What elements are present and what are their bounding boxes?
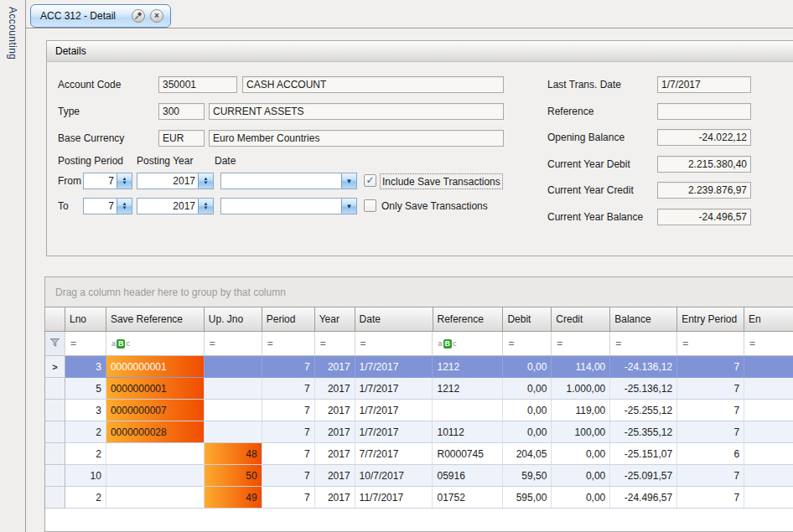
currency-name-field[interactable]: Euro Member Countries xyxy=(209,130,504,147)
cell-balance[interactable]: -25.355,12 xyxy=(610,421,677,443)
cell-year[interactable]: 2017 xyxy=(315,465,355,487)
column-header-up_jno[interactable]: Up. Jno xyxy=(205,307,262,332)
cell-credit[interactable]: 0,00 xyxy=(552,487,610,509)
account-code-field[interactable]: 350001 xyxy=(158,76,237,93)
cell-up_jno[interactable] xyxy=(205,356,262,378)
cell-year[interactable]: 2017 xyxy=(315,378,355,400)
cell-entry_period[interactable]: 7 xyxy=(677,378,744,400)
cell-save_reference[interactable] xyxy=(106,443,205,465)
cell-date[interactable]: 10/7/2017 xyxy=(355,465,433,487)
cell-year[interactable]: 2017 xyxy=(315,421,355,443)
include-save-checkbox[interactable]: ✓ xyxy=(364,174,376,187)
cell-credit[interactable]: 119,00 xyxy=(552,400,610,421)
cell-date[interactable]: 1/7/2017 xyxy=(355,356,433,378)
cell-date[interactable]: 1/7/2017 xyxy=(355,400,433,421)
to-period-spinner[interactable]: 7 ▲▼ xyxy=(83,198,132,214)
cell-save_reference[interactable]: 0000000028 xyxy=(106,421,205,443)
cell-lno[interactable]: 3 xyxy=(65,400,106,421)
cell-reference[interactable]: 01752 xyxy=(433,487,503,509)
cell-lno[interactable]: 5 xyxy=(65,378,106,400)
filter-entry_period[interactable]: = xyxy=(677,332,744,356)
cell-debit[interactable]: 0,00 xyxy=(503,378,552,400)
cell-save_reference[interactable]: 0000000001 xyxy=(106,356,205,378)
cell-period[interactable]: 7 xyxy=(262,443,315,465)
cell-credit[interactable]: 100,00 xyxy=(552,421,610,443)
cell-entry_year[interactable] xyxy=(744,378,793,400)
cell-year[interactable]: 2017 xyxy=(315,487,355,509)
filter-up_jno[interactable]: = xyxy=(205,332,262,356)
type-name-field[interactable]: CURRENT ASSETS xyxy=(209,103,504,120)
cell-up_jno[interactable] xyxy=(205,400,262,421)
cell-debit[interactable]: 0,00 xyxy=(503,421,552,443)
cell-reference[interactable]: 1212 xyxy=(433,378,503,400)
filter-entry_year[interactable]: = xyxy=(744,332,793,356)
from-year-spinner[interactable]: 2017 ▲▼ xyxy=(137,173,214,189)
cell-indicator[interactable] xyxy=(45,487,65,509)
cell-entry_period[interactable]: 7 xyxy=(677,400,744,421)
table-row[interactable]: 248720177/7/2017R0000745204,050,00-25.15… xyxy=(45,443,793,465)
cell-entry_year[interactable] xyxy=(744,487,793,509)
from-year-value[interactable]: 2017 xyxy=(137,173,198,189)
filter-period[interactable]: = xyxy=(262,332,315,356)
cell-lno[interactable]: 3 xyxy=(65,356,106,378)
cell-credit[interactable]: 1.000,00 xyxy=(552,378,610,400)
cell-year[interactable]: 2017 xyxy=(315,400,355,421)
to-year-value[interactable]: 2017 xyxy=(137,199,198,214)
to-year-spinner[interactable]: 2017 ▲▼ xyxy=(137,198,214,214)
column-header-balance[interactable]: Balance xyxy=(610,307,677,332)
cell-entry_period[interactable]: 7 xyxy=(677,465,744,487)
cell-indicator[interactable] xyxy=(45,443,65,465)
cell-entry_period[interactable]: 6 xyxy=(677,443,744,465)
cell-entry_period[interactable]: 7 xyxy=(677,356,744,378)
filter-lno[interactable]: = xyxy=(65,332,106,356)
only-save-label[interactable]: Only Save Transactions xyxy=(380,199,490,213)
cell-debit[interactable]: 0,00 xyxy=(503,356,552,378)
filter-balance[interactable]: = xyxy=(610,332,677,356)
cell-period[interactable]: 7 xyxy=(262,378,315,400)
column-header-indicator[interactable] xyxy=(45,307,65,332)
tab-acc312-detail[interactable]: ACC 312 - Detail × xyxy=(30,4,171,28)
cell-indicator[interactable] xyxy=(45,378,65,400)
cell-lno[interactable]: 2 xyxy=(65,421,106,443)
cell-entry_year[interactable] xyxy=(744,465,793,487)
cell-debit[interactable]: 59,50 xyxy=(503,465,552,487)
sidebar-item-accounting[interactable]: Accounting xyxy=(7,7,18,59)
cell-date[interactable]: 1/7/2017 xyxy=(355,421,433,443)
cell-period[interactable]: 7 xyxy=(262,356,315,378)
cell-save_reference[interactable]: 0000000001 xyxy=(106,378,205,400)
table-row[interactable]: 10507201710/7/20170591659,500,00-25.091,… xyxy=(45,465,793,487)
cell-period[interactable]: 7 xyxy=(262,400,315,421)
cell-lno[interactable]: 10 xyxy=(65,465,106,487)
column-header-entry_period[interactable]: Entry Period xyxy=(677,307,744,332)
cell-reference[interactable]: 05916 xyxy=(433,465,503,487)
cell-date[interactable]: 11/7/2017 xyxy=(355,487,433,509)
spin-updown-icon[interactable]: ▲▼ xyxy=(117,173,132,189)
cell-credit[interactable]: 114,00 xyxy=(552,356,610,378)
column-header-lno[interactable]: Lno xyxy=(65,307,106,332)
cell-entry_period[interactable]: 7 xyxy=(677,421,744,443)
to-date-value[interactable] xyxy=(221,199,341,214)
column-header-debit[interactable]: Debit xyxy=(503,307,552,332)
cell-indicator[interactable] xyxy=(45,421,65,443)
cell-balance[interactable]: -25.151,07 xyxy=(610,443,677,465)
cell-entry_period[interactable]: 7 xyxy=(677,487,744,509)
cell-entry_year[interactable] xyxy=(744,443,793,465)
column-header-save_reference[interactable]: Save Reference xyxy=(106,307,205,332)
cell-year[interactable]: 2017 xyxy=(315,443,355,465)
pin-icon[interactable] xyxy=(132,9,145,23)
column-header-reference[interactable]: Reference xyxy=(433,307,504,332)
cell-up_jno[interactable]: 49 xyxy=(205,487,262,509)
cell-entry_year[interactable] xyxy=(744,400,793,421)
column-header-entry_year[interactable]: En xyxy=(744,307,793,332)
from-date-value[interactable] xyxy=(221,173,341,189)
cell-up_jno[interactable] xyxy=(205,378,262,400)
cell-period[interactable]: 7 xyxy=(262,487,315,509)
cell-indicator[interactable]: > xyxy=(45,356,65,378)
table-row[interactable]: >30000000001720171/7/201712120,00114,00-… xyxy=(45,356,793,378)
table-row[interactable]: 30000000007720171/7/20170,00119,00-25.25… xyxy=(45,400,793,421)
cell-entry_year[interactable] xyxy=(744,356,793,378)
cell-period[interactable]: 7 xyxy=(262,465,315,487)
include-save-label[interactable]: Include Save Transactions xyxy=(380,173,503,189)
chevron-down-icon[interactable]: ▼ xyxy=(341,199,356,214)
cell-credit[interactable]: 0,00 xyxy=(552,443,610,465)
